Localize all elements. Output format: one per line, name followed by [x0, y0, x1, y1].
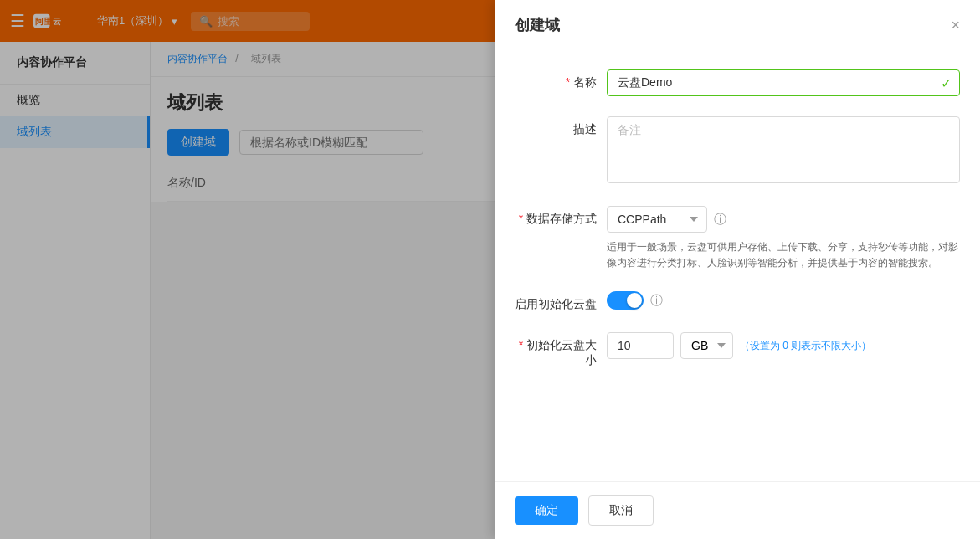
drawer-title: 创建域 — [515, 15, 560, 35]
storage-select[interactable]: CCPPath OSS — [607, 206, 707, 233]
storage-select-group: CCPPath OSS ⓘ — [607, 206, 960, 233]
storage-desc: 适用于一般场景，云盘可供用户存储、上传下载、分享，支持秒传等功能，对影像内容进行… — [607, 239, 960, 271]
name-control: ✓ — [607, 69, 960, 96]
close-button[interactable]: × — [951, 18, 960, 33]
storage-control: CCPPath OSS ⓘ 适用于一般场景，云盘可供用户存储、上传下载、分享，支… — [607, 206, 960, 271]
name-label: 名称 — [515, 69, 607, 90]
form-item-init-size: 初始化云盘大小 GB TB （设置为 0 则表示不限大小） — [515, 332, 960, 368]
check-icon: ✓ — [941, 75, 952, 91]
desc-textarea[interactable] — [607, 116, 960, 183]
toggle-group: ⓘ — [607, 291, 960, 310]
init-size-input[interactable] — [607, 332, 674, 359]
confirm-button[interactable]: 确定 — [515, 496, 578, 525]
drawer-body: 名称 ✓ 描述 数据存储方式 — [495, 49, 980, 481]
form-item-desc: 描述 — [515, 116, 960, 186]
init-size-control: GB TB （设置为 0 则表示不限大小） — [607, 332, 960, 359]
init-size-group: GB TB （设置为 0 则表示不限大小） — [607, 332, 960, 359]
create-domain-drawer: 创建域 × 名称 ✓ 描述 — [495, 0, 980, 539]
init-cloud-label: 启用初始化云盘 — [515, 291, 607, 312]
storage-label: 数据存储方式 — [515, 206, 607, 227]
drawer-footer: 确定 取消 — [495, 481, 980, 539]
init-size-hint: （设置为 0 则表示不限大小） — [740, 339, 871, 353]
cancel-button[interactable]: 取消 — [588, 495, 654, 526]
form-item-storage: 数据存储方式 CCPPath OSS ⓘ 适用于一般场景，云盘可供用户存储、上传… — [515, 206, 960, 271]
desc-control — [607, 116, 960, 186]
form-item-name: 名称 ✓ — [515, 69, 960, 96]
name-input-wrapper: ✓ — [607, 69, 960, 96]
toggle-thumb — [627, 293, 642, 308]
init-size-label: 初始化云盘大小 — [515, 332, 607, 368]
init-cloud-control: ⓘ — [607, 291, 960, 310]
modal-overlay: 创建域 × 名称 ✓ 描述 — [0, 0, 980, 539]
desc-label: 描述 — [515, 116, 607, 137]
storage-help-icon[interactable]: ⓘ — [714, 212, 726, 228]
toggle-track — [607, 291, 644, 310]
size-unit-select[interactable]: GB TB — [680, 332, 733, 359]
init-cloud-help-icon[interactable]: ⓘ — [650, 293, 663, 309]
form-item-init-cloud: 启用初始化云盘 ⓘ — [515, 291, 960, 312]
drawer-header: 创建域 × — [495, 0, 980, 49]
init-cloud-toggle[interactable] — [607, 291, 644, 310]
name-input[interactable] — [607, 69, 960, 96]
